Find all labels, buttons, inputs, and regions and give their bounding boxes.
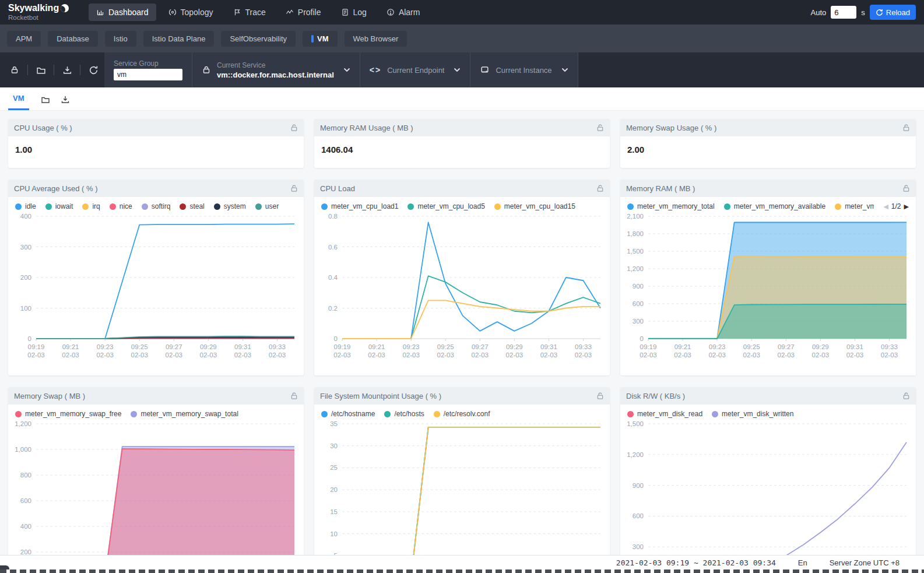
svg-text:09:31: 09:31 — [846, 343, 863, 350]
tab-vm[interactable]: VM — [8, 94, 29, 110]
nav-item-dashboard[interactable]: Dashboard — [89, 3, 156, 21]
lock-icon[interactable] — [290, 184, 298, 192]
lock-icon[interactable] — [596, 184, 604, 192]
nav-item-log[interactable]: Log — [333, 3, 374, 21]
auto-refresh-interval-input[interactable] — [831, 6, 856, 19]
legend-item--etc-resolv-conf[interactable]: /etc/resolv.conf — [434, 410, 490, 418]
card-title: File System Mountpoint Usage ( % ) — [320, 392, 441, 400]
legend-dot — [724, 203, 730, 210]
legend-item-system[interactable]: system — [214, 202, 246, 210]
dashboard-tab-istio[interactable]: Istio — [105, 31, 136, 47]
svg-text:02-03: 02-03 — [743, 351, 760, 358]
legend-item-user[interactable]: user — [255, 202, 279, 210]
chart-legend: meter_vm_cpu_load1meter_vm_cpu_load5mete… — [314, 197, 610, 212]
legend-item-meter-vm-cpu-load1[interactable]: meter_vm_cpu_load1 — [321, 202, 398, 210]
dashed-divider — [0, 570, 924, 573]
svg-text:900: 900 — [633, 482, 644, 489]
lock-icon[interactable] — [290, 124, 298, 132]
dashboard-tab-apm[interactable]: APM — [7, 31, 41, 47]
legend-dot — [835, 203, 841, 210]
legend-item-steal[interactable]: steal — [180, 202, 204, 210]
svg-text:1,000: 1,000 — [15, 446, 31, 453]
legend-item-meter-vm-disk-written[interactable]: meter_vm_disk_written — [712, 410, 793, 418]
chart-canvas: 02004006008001,0001,20009:1902-0309:2102… — [8, 419, 304, 573]
chart-canvas: 00.20.40.60.809:1902-0309:2102-0309:2302… — [314, 212, 610, 362]
legend-item-meter-vm-disk-read[interactable]: meter_vm_disk_read — [627, 410, 702, 418]
lock-icon[interactable] — [902, 124, 910, 132]
svg-text:09:25: 09:25 — [743, 343, 760, 350]
svg-text:09:25: 09:25 — [437, 343, 454, 350]
legend-prev-icon[interactable]: ◀ — [883, 203, 888, 210]
legend-dot — [494, 203, 501, 210]
metric-card-cpu-usage: CPU Usage ( % ) 1.00 — [8, 119, 304, 168]
lock-icon[interactable] — [6, 61, 23, 79]
lock-icon[interactable] — [902, 392, 910, 400]
folder-icon[interactable] — [32, 61, 50, 79]
nav-item-profile[interactable]: Profile — [278, 3, 329, 21]
lock-icon[interactable] — [596, 124, 604, 132]
current-endpoint-label: Current Endpoint — [387, 66, 444, 75]
dashboard-tab-database[interactable]: Database — [48, 31, 98, 47]
legend-item-meter-vm-memory-total[interactable]: meter_vm_memory_total — [627, 202, 715, 210]
dashboard-tab-web-browser[interactable]: Web Browser — [345, 31, 407, 47]
lock-icon[interactable] — [902, 184, 910, 192]
metric-card-memory-swap-usage: Memory Swap Usage ( % ) 2.00 — [620, 119, 916, 168]
current-instance-selector[interactable]: Current Instance — [470, 52, 577, 87]
legend-item-meter-vm-cpu-load5[interactable]: meter_vm_cpu_load5 — [407, 202, 484, 210]
profile-icon — [286, 8, 294, 16]
legend-item-meter-vm-memory-swap-free[interactable]: meter_vm_memory_swap_free — [15, 410, 121, 418]
server-zone-setting[interactable]: Server Zone UTC +8 — [830, 558, 900, 567]
legend-item--etc-hosts[interactable]: /etc/hosts — [384, 410, 424, 418]
download-icon[interactable] — [58, 61, 76, 79]
lock-icon[interactable] — [596, 392, 604, 400]
legend-item--etc-hostname[interactable]: /etc/hostname — [321, 410, 375, 418]
chart-legend: meter_vm_disk_readmeter_vm_disk_written — [620, 405, 916, 419]
lock-icon[interactable] — [290, 392, 298, 400]
nav-item-alarm[interactable]: Alarm — [379, 3, 428, 21]
svg-text:09:21: 09:21 — [368, 343, 385, 350]
dashboard-tab-vm[interactable]: VM — [303, 31, 338, 47]
service-group-selector: Service Group — [104, 52, 192, 87]
nav-item-topology[interactable]: Topology — [161, 3, 221, 21]
dashboard-tab-istio-data-plane[interactable]: Istio Data Plane — [143, 31, 215, 47]
svg-text:02-03: 02-03 — [506, 351, 523, 358]
legend-item-meter-vm-cpu-load15[interactable]: meter_vm_cpu_load15 — [494, 202, 575, 210]
svg-text:02-03: 02-03 — [437, 351, 454, 358]
svg-text:02-03: 02-03 — [269, 351, 286, 358]
legend-dot — [142, 203, 148, 210]
legend-dot — [627, 203, 634, 210]
current-endpoint-selector[interactable]: <> Current Endpoint — [360, 52, 470, 87]
chart-plot: 0510152025303509:1902-0309:2102-0309:230… — [314, 419, 610, 573]
dashboard-tab-selfobservability[interactable]: SelfObservability — [221, 31, 296, 47]
legend-item-softirq[interactable]: softirq — [142, 202, 171, 210]
download-icon[interactable] — [59, 94, 71, 106]
legend-item-idle[interactable]: idle — [15, 202, 36, 210]
legend-item-irq[interactable]: irq — [82, 202, 100, 210]
legend-item-meter-vm-memory-swap-total[interactable]: meter_vm_memory_swap_total — [131, 410, 238, 418]
legend-next-icon[interactable]: ▶ — [904, 203, 909, 210]
svg-text:0.8: 0.8 — [328, 213, 338, 220]
service-group-input[interactable] — [114, 69, 182, 80]
legend-item-iowait[interactable]: iowait — [45, 202, 73, 210]
footer-bar: 2021-02-03 09:19 ~ 2021-02-03 09:34 En S… — [0, 555, 924, 573]
card-title: Disk R/W ( KB/s ) — [626, 392, 685, 400]
legend-dot — [82, 203, 89, 210]
legend-item-nice[interactable]: nice — [110, 202, 132, 210]
svg-text:200: 200 — [20, 274, 31, 281]
instance-device-icon — [480, 65, 490, 75]
refresh-icon[interactable] — [85, 61, 102, 79]
legend-item-meter-vm[interactable]: meter_vm — [835, 202, 874, 210]
time-range-picker[interactable]: 2021-02-03 09:19 ~ 2021-02-03 09:34 — [616, 558, 776, 567]
chart-legend: /etc/hostname/etc/hosts/etc/resolv.conf — [314, 405, 610, 419]
nav-item-trace[interactable]: Trace — [226, 3, 273, 21]
metric-card-memory-ram-usage: Memory RAM Usage ( MB ) 1406.04 — [314, 119, 610, 168]
svg-text:09:33: 09:33 — [269, 343, 286, 350]
chart-plot: 00.20.40.60.809:1902-0309:2102-0309:2302… — [314, 212, 610, 362]
legend-item-meter-vm-memory-available[interactable]: meter_vm_memory_available — [724, 202, 825, 210]
language-switch[interactable]: En — [798, 558, 807, 567]
current-service-selector[interactable]: Current Service vm::docker.for.mac.host.… — [192, 52, 360, 87]
chart-canvas: 03006009001,2001,50009:1902-0309:2102-03… — [620, 419, 916, 573]
folder-icon[interactable] — [40, 94, 51, 106]
reload-button[interactable]: Reload — [870, 5, 916, 20]
legend-dot — [15, 411, 22, 417]
